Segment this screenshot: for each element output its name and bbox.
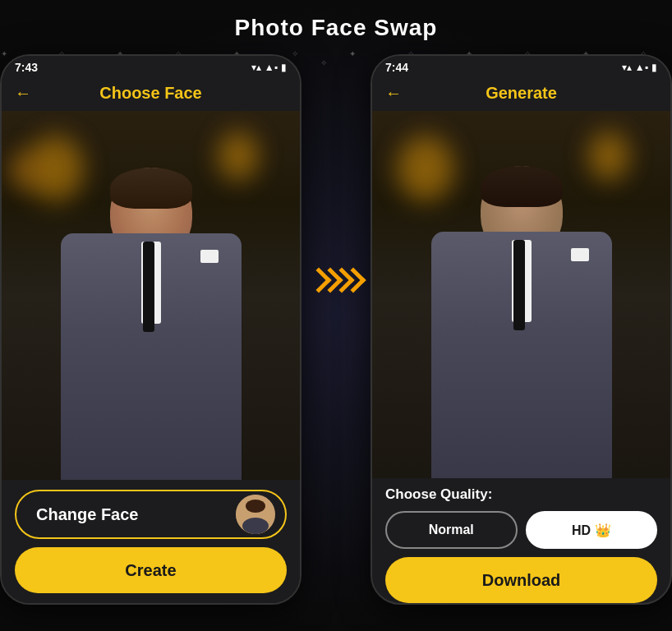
right-photo-content: [372, 111, 670, 478]
page-title: Photo Face Swap: [235, 15, 438, 41]
tie-shape-right: [513, 240, 525, 330]
face-thumbnail: [236, 495, 275, 534]
change-face-label: Change Face: [36, 505, 138, 524]
left-back-arrow[interactable]: ←: [15, 84, 31, 103]
right-wifi-icon: ▾▴: [622, 62, 632, 73]
tie-shape-left: [143, 242, 154, 332]
wifi-icon: ▾▴: [251, 62, 261, 73]
arrows-container: [301, 271, 371, 289]
svg-rect-4: [252, 519, 259, 534]
left-status-time: 7:43: [15, 61, 38, 74]
signal-icon: ▲▪: [265, 62, 278, 73]
quality-label: Choose Quality:: [385, 486, 657, 503]
right-signal-icon: ▲▪: [635, 62, 648, 73]
download-label: Download: [482, 571, 561, 590]
left-phone: 7:43 ▾▴ ▲▪ ▮ ← Choose Face: [0, 54, 301, 605]
person-body-left: [61, 168, 242, 480]
hair-shape-left: [110, 168, 192, 209]
right-phone-bottom: Choose Quality: Normal HD 👑 Download: [372, 478, 670, 603]
create-button[interactable]: Create: [15, 547, 287, 593]
person-body-right: [431, 166, 612, 478]
pocket-square-right: [571, 248, 589, 261]
phones-container: 7:43 ▾▴ ▲▪ ▮ ← Choose Face: [0, 54, 672, 605]
battery-icon: ▮: [281, 62, 287, 73]
left-photo-content: [2, 111, 300, 480]
download-button[interactable]: Download: [385, 557, 657, 603]
left-phone-header: ← Choose Face: [2, 77, 300, 111]
forward-arrows-icon: [310, 271, 362, 289]
left-photo-area: [2, 111, 300, 480]
bokeh-light-3: [10, 152, 39, 189]
change-face-button[interactable]: Change Face: [15, 490, 287, 539]
right-status-time: 7:44: [385, 61, 408, 74]
right-status-icons: ▾▴ ▲▪ ▮: [622, 62, 657, 73]
pocket-square-left: [200, 250, 219, 263]
left-header-title: Choose Face: [99, 84, 201, 103]
quality-hd-label: HD 👑: [572, 523, 611, 538]
quality-normal-label: Normal: [429, 523, 474, 537]
right-header-title: Generate: [486, 84, 557, 103]
quality-options-row: Normal HD 👑: [385, 511, 657, 549]
quality-hd-button[interactable]: HD 👑: [526, 511, 658, 549]
right-status-bar: 7:44 ▾▴ ▲▪ ▮: [372, 56, 670, 77]
create-label: Create: [125, 561, 176, 580]
svg-point-2: [246, 500, 265, 513]
right-back-arrow[interactable]: ←: [385, 84, 402, 103]
quality-normal-button[interactable]: Normal: [385, 511, 518, 549]
left-status-bar: 7:43 ▾▴ ▲▪ ▮: [2, 56, 300, 77]
right-phone: 7:44 ▾▴ ▲▪ ▮ ← Generate: [371, 54, 672, 605]
right-battery-icon: ▮: [651, 62, 657, 73]
left-phone-bottom: Change Face Create: [2, 480, 300, 603]
right-phone-header: ← Generate: [372, 77, 670, 111]
face-thumbnail-svg: [236, 495, 275, 534]
left-status-icons: ▾▴ ▲▪ ▮: [251, 62, 287, 73]
right-photo-area: [372, 111, 670, 478]
hair-shape-right: [481, 166, 563, 207]
